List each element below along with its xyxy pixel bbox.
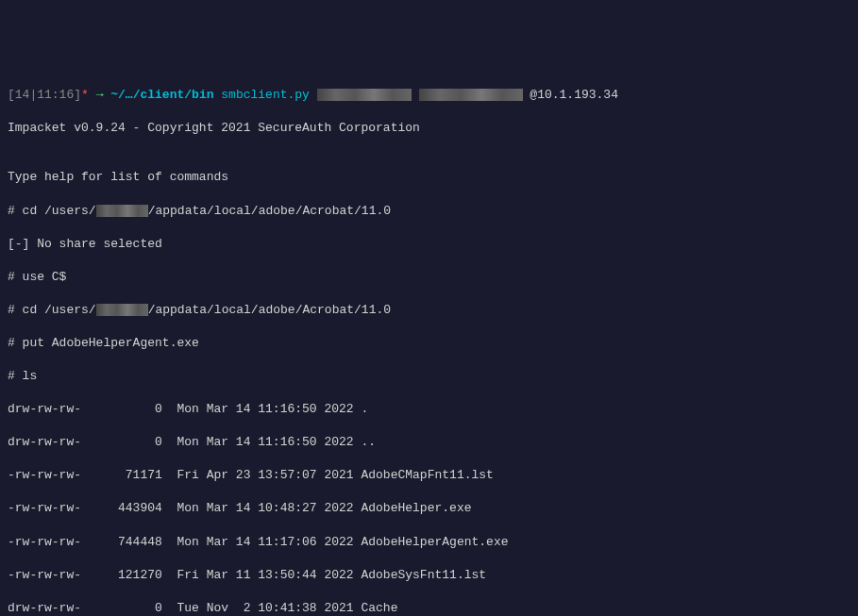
smb-use-c: # use C$ <box>8 269 850 286</box>
smb-cd1: # cd /users//appdata/local/adobe/Acrobat… <box>8 203 850 220</box>
terminal-output: [14|11:16]* → ~/…/client/bin smbclient.p… <box>8 70 850 616</box>
prompt-host: @10.1.193.34 <box>530 88 618 102</box>
redacted-arg1 <box>317 89 412 101</box>
help-hint: Type help for list of commands <box>8 169 850 186</box>
listing-row: drw-rw-rw- 0 Tue Nov 2 10:41:38 2021 Cac… <box>8 600 850 616</box>
smb-cd2: # cd /users//appdata/local/adobe/Acrobat… <box>8 302 850 319</box>
listing-row: drw-rw-rw- 0 Mon Mar 14 11:16:50 2022 .. <box>8 434 850 451</box>
listing-row: -rw-rw-rw- 744448 Mon Mar 14 11:17:06 20… <box>8 534 850 551</box>
smb-put: # put AdobeHelperAgent.exe <box>8 335 850 352</box>
redacted-arg2 <box>419 89 523 101</box>
redacted-user2 <box>96 304 148 316</box>
prompt-path: ~/…/client/bin <box>110 88 213 102</box>
prompt-arrow: → <box>96 88 104 102</box>
redacted-user1 <box>96 205 148 217</box>
listing-row: -rw-rw-rw- 121270 Fri Mar 11 13:50:44 20… <box>8 567 850 584</box>
prompt-star: * <box>81 88 89 102</box>
impacket-banner: Impacket v0.9.24 - Copyright 2021 Secure… <box>8 120 850 137</box>
smb-ls: # ls <box>8 368 850 385</box>
listing-row: drw-rw-rw- 0 Mon Mar 14 11:16:50 2022 . <box>8 401 850 418</box>
prompt-command: smbclient.py <box>221 88 310 102</box>
prompt-line[interactable]: [14|11:16]* → ~/…/client/bin smbclient.p… <box>8 87 850 104</box>
smb-noshare: [-] No share selected <box>8 236 850 253</box>
listing-row: -rw-rw-rw- 71171 Fri Apr 23 13:57:07 202… <box>8 467 850 484</box>
prompt-time: [14|11:16] <box>8 88 81 102</box>
listing-row: -rw-rw-rw- 443904 Mon Mar 14 10:48:27 20… <box>8 500 850 517</box>
